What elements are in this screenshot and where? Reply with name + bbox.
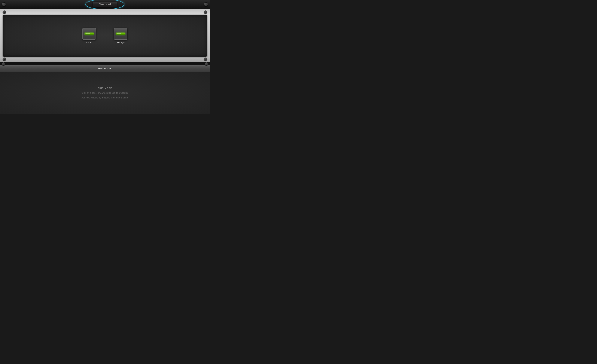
strings-icon (114, 28, 127, 40)
edit-mode-desc-1: Click on a panel or a widget to see its … (81, 92, 128, 94)
properties-section: Properties EDIT MODE Click on a panel or… (0, 65, 210, 127)
screw-icon (2, 62, 5, 65)
edit-mode-desc-2: Add new widgets by dragging them onto a … (82, 96, 128, 99)
rack-screws-bottom-row (3, 58, 207, 61)
rack-gap (0, 62, 210, 65)
rack-container: Piano Strings (0, 9, 210, 62)
screw-icon (204, 2, 208, 7)
rack-screw-bl (3, 58, 6, 61)
rack-screw-br (204, 58, 207, 61)
new-panel-button[interactable]: New panel (93, 2, 117, 7)
piano-widget[interactable]: Piano (82, 28, 96, 44)
properties-header: Properties (0, 65, 210, 72)
gap-screw-right (205, 62, 208, 65)
properties-title: Properties (98, 67, 111, 70)
screw-icon (205, 62, 208, 65)
edit-mode-title: EDIT MODE (98, 87, 112, 89)
properties-content: EDIT MODE Click on a panel or a widget t… (0, 72, 210, 114)
piano-icon (82, 28, 96, 40)
screw-icon (2, 2, 6, 7)
rack-screws-top-row (3, 10, 207, 14)
strings-label: Strings (117, 41, 125, 44)
panel-inner: Piano Strings (3, 15, 207, 57)
strings-widget[interactable]: Strings (114, 28, 127, 44)
new-panel-wrapper: New panel (93, 2, 117, 7)
strings-led (116, 33, 125, 35)
rack-screw-tr (204, 10, 207, 14)
top-right-screw (204, 2, 208, 7)
app-container: New panel Piano Strings (0, 0, 210, 127)
top-bar: New panel (0, 0, 210, 9)
gap-screw-left (2, 62, 5, 65)
piano-label: Piano (86, 41, 92, 44)
top-left-screw (2, 2, 6, 7)
piano-led (85, 33, 94, 35)
rack-screw-tl (3, 10, 6, 14)
